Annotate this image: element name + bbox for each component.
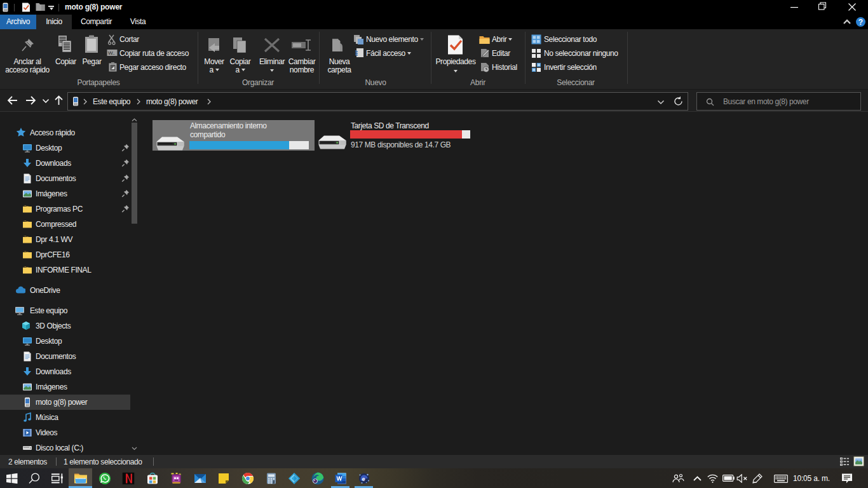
svg-text:e: e — [362, 475, 365, 482]
svg-text:W..: W.. — [108, 50, 115, 56]
